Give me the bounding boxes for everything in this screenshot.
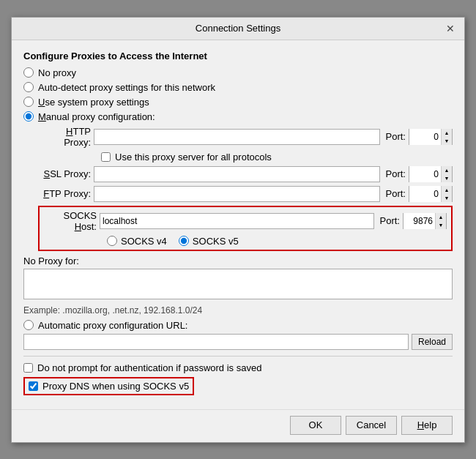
no-proxy-label[interactable]: No proxy (38, 67, 76, 78)
proxy-dns-label[interactable]: Proxy DNS when using SOCKS v5 (42, 381, 189, 392)
manual-proxy-option: Manual proxy configuration: (23, 111, 453, 122)
auto-proxy-label[interactable]: Automatic proxy configuration URL: (38, 320, 187, 331)
ssl-port-up[interactable]: ▲ (442, 166, 452, 174)
auto-detect-label[interactable]: Auto-detect proxy settings for this netw… (38, 82, 215, 93)
dialog-content: Configure Proxies to Access the Internet… (12, 40, 464, 406)
ssl-proxy-input[interactable] (94, 166, 380, 182)
all-protocols-label[interactable]: Use this proxy server for all protocols (115, 152, 272, 163)
titlebar: Connection Settings ✕ (12, 18, 464, 40)
auto-proxy-radio[interactable] (23, 320, 34, 330)
manual-proxy-fields: HTTP Proxy: Port: ▲ ▼ Use this proxy ser… (38, 126, 453, 251)
socks-port-up[interactable]: ▲ (436, 213, 446, 221)
socks-host-row: SOCKS Host: Port: ▲ ▼ (44, 210, 447, 232)
ssl-port-label: Port: (386, 168, 406, 179)
ssl-port-down[interactable]: ▼ (442, 174, 452, 182)
ok-button[interactable]: OK (290, 416, 341, 435)
http-port-label: Port: (386, 131, 406, 142)
ssl-port-input[interactable] (409, 166, 442, 182)
no-proxy-for-label: No Proxy for: (23, 255, 453, 266)
ssl-proxy-label: SSL Proxy: (38, 168, 91, 179)
system-proxy-option: Use system proxy settings (23, 97, 453, 108)
help-button[interactable]: Help (401, 416, 453, 435)
auto-proxy-config-row: Automatic proxy configuration URL: (23, 320, 453, 331)
http-proxy-label: HTTP Proxy: (38, 126, 91, 148)
no-prompt-row: Do not prompt for authentication if pass… (23, 362, 453, 373)
no-proxy-option: No proxy (23, 67, 453, 78)
socks-v4-label[interactable]: SOCKS v4 (121, 236, 167, 247)
bottom-checkboxes: Do not prompt for authentication if pass… (23, 362, 453, 395)
proxy-dns-row: Proxy DNS when using SOCKS v5 (23, 377, 194, 395)
auto-proxy-url-input[interactable] (23, 334, 409, 350)
all-protocols-row: Use this proxy server for all protocols (101, 152, 453, 163)
auto-proxy-input-row: Reload (23, 334, 453, 350)
http-port-up[interactable]: ▲ (442, 129, 452, 137)
ftp-proxy-row: FTP Proxy: Port: ▲ ▼ (38, 186, 453, 202)
manual-proxy-radio[interactable] (23, 111, 34, 122)
http-proxy-input[interactable] (94, 129, 380, 145)
socks-version-row: SOCKS v4 SOCKS v5 (107, 236, 447, 247)
ssl-port-spinner: ▲ ▼ (442, 166, 452, 182)
button-row: OK Cancel Help (12, 409, 464, 442)
no-proxy-radio[interactable] (23, 67, 34, 78)
divider (23, 356, 453, 357)
cancel-button[interactable]: Cancel (346, 416, 397, 435)
auto-detect-option: Auto-detect proxy settings for this netw… (23, 82, 453, 93)
ftp-proxy-label: FTP Proxy: (38, 188, 91, 199)
ssl-proxy-row: SSL Proxy: Port: ▲ ▼ (38, 166, 453, 182)
http-port-input[interactable] (409, 129, 442, 145)
system-proxy-radio[interactable] (23, 97, 34, 107)
section-title: Configure Proxies to Access the Internet (23, 51, 453, 61)
ftp-port-input[interactable] (409, 186, 442, 202)
proxy-dns-checkbox[interactable] (29, 381, 38, 391)
manual-proxy-label[interactable]: Manual proxy configuration: (38, 111, 155, 122)
socks-v4-option: SOCKS v4 (107, 236, 167, 247)
no-prompt-checkbox[interactable] (23, 363, 33, 373)
socks-v5-label[interactable]: SOCKS v5 (193, 236, 239, 247)
ftp-port-spinner: ▲ ▼ (442, 186, 452, 202)
socks-port-wrap: ▲ ▼ (403, 213, 447, 229)
close-button[interactable]: ✕ (444, 22, 457, 35)
connection-settings-dialog: Connection Settings ✕ Configure Proxies … (11, 17, 465, 443)
no-proxy-for-section: No Proxy for: (23, 255, 453, 305)
auto-detect-radio[interactable] (23, 82, 34, 92)
ftp-port-down[interactable]: ▼ (442, 194, 452, 202)
socks-host-label: SOCKS Host: (44, 210, 97, 232)
system-proxy-label[interactable]: Use system proxy settings (38, 97, 149, 108)
socks-section: SOCKS Host: Port: ▲ ▼ SOCKS v4 (38, 206, 453, 251)
http-port-spinner: ▲ ▼ (442, 129, 452, 145)
ssl-port-wrap: ▲ ▼ (409, 166, 453, 182)
http-port-down[interactable]: ▼ (442, 137, 452, 145)
example-text: Example: .mozilla.org, .net.nz, 192.168.… (23, 305, 453, 316)
no-proxy-textarea[interactable] (23, 269, 453, 299)
ftp-port-up[interactable]: ▲ (442, 186, 452, 194)
socks-port-down[interactable]: ▼ (436, 221, 446, 229)
socks-port-spinner: ▲ ▼ (436, 213, 446, 229)
http-proxy-row: HTTP Proxy: Port: ▲ ▼ (38, 126, 453, 148)
all-protocols-checkbox[interactable] (101, 152, 111, 162)
socks-v4-radio[interactable] (107, 236, 117, 246)
ftp-port-wrap: ▲ ▼ (409, 186, 453, 202)
socks-host-input[interactable] (100, 213, 374, 229)
socks-v5-option: SOCKS v5 (179, 236, 239, 247)
dialog-title: Connection Settings (32, 23, 444, 34)
reload-button[interactable]: Reload (412, 334, 453, 350)
no-prompt-label[interactable]: Do not prompt for authentication if pass… (37, 362, 261, 373)
ftp-proxy-input[interactable] (94, 186, 380, 202)
socks-v5-radio[interactable] (179, 236, 189, 246)
ftp-port-label: Port: (386, 188, 406, 199)
socks-port-label: Port: (380, 215, 400, 226)
http-port-wrap: ▲ ▼ (409, 129, 453, 145)
socks-port-input[interactable] (404, 213, 436, 229)
